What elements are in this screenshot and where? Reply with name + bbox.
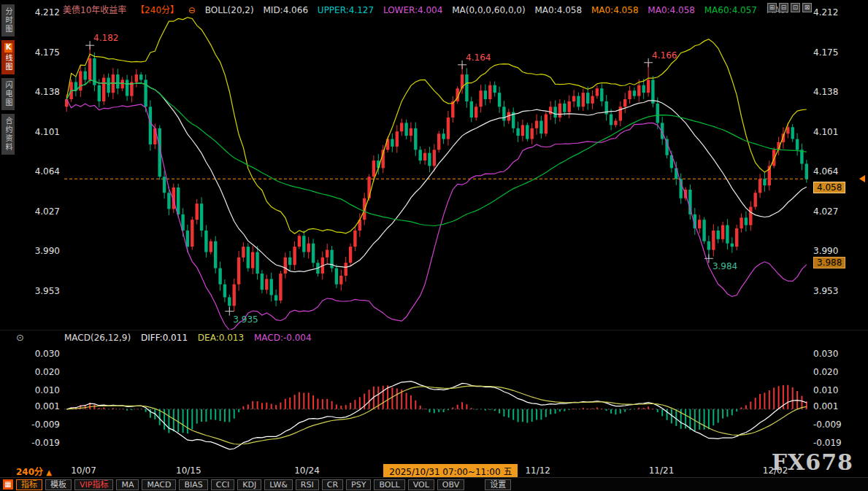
selected-bar-info: 2025/10/31 07:00~11:00 五: [383, 464, 518, 478]
bottom-toolbar: ▦ 指标模板VIP指标MAMACDBIASCCIKDJLW&RSICRPSYBO…: [0, 477, 868, 491]
svg-text:3.935: 3.935: [233, 314, 258, 325]
y-axis-tick-right: 4.212: [813, 7, 853, 18]
crosshair-icon[interactable]: ⊙: [16, 332, 24, 343]
toolbar-button-boll[interactable]: BOLL: [374, 479, 404, 490]
toolbar-button-cci[interactable]: CCI: [211, 479, 235, 490]
ma0-value-1: MA0:4.058: [535, 5, 583, 15]
y-axis-tick-left: 3.953: [20, 286, 60, 296]
watermark: FX678: [772, 449, 853, 475]
toolbar-button-ma[interactable]: MA: [116, 479, 139, 490]
layout-single-icon[interactable]: ⊠: [802, 3, 812, 12]
sidebar-tab-kline-chart[interactable]: K线图: [1, 40, 15, 74]
candlestick-series: [65, 45, 808, 312]
macd-tick-right: 0.030: [813, 349, 853, 359]
y-axis-tick-right: 4.175: [813, 47, 853, 58]
ma0-value-3: MA0:4.058: [648, 5, 695, 15]
macd-tick-right: -0.009: [813, 420, 853, 430]
macd-tick-left: 0.030: [20, 349, 60, 359]
y-axis-tick-right: 4.101: [813, 127, 853, 137]
macd-value: MACD:-0.004: [254, 333, 312, 343]
y-axis-tick-right: 4.064: [813, 166, 853, 177]
macd-tick-left: -0.009: [20, 420, 60, 430]
ma-params-label: MA(0,0,0,60,0,0): [452, 5, 525, 15]
toolbar-button-kdj[interactable]: KDJ: [237, 479, 261, 490]
toolbar-button-cr[interactable]: CR: [322, 479, 343, 490]
svg-text:3.984: 3.984: [713, 261, 737, 271]
svg-text:4.182: 4.182: [93, 33, 118, 43]
macd-tick-right: -0.019: [813, 438, 853, 448]
active-tab-accent: K: [4, 43, 12, 53]
main-chart-canvas[interactable]: 4.1823.9354.1644.1663.984: [0, 0, 868, 491]
date-label: 11/21: [649, 465, 675, 476]
indicator-topbar: 美债10年收益率 【240分】 ⊖ BOLL(20,2) MID:4.066 U…: [63, 3, 795, 15]
toolbar-button-settings[interactable]: 设置: [485, 479, 511, 490]
panel-divider: [0, 330, 868, 330]
date-label: 10/07: [71, 465, 96, 476]
date-label: 10/24: [294, 465, 320, 476]
macd-tick-left: 0.020: [20, 367, 60, 377]
toolbar-button-obv[interactable]: OBV: [437, 479, 464, 490]
toolbar-button-bias[interactable]: BIAS: [179, 479, 207, 490]
macd-tick-right: 0.001: [813, 401, 853, 411]
y-axis-tick-right: 3.953: [813, 286, 853, 296]
trading-terminal: 4.1823.9354.1644.1663.984 分时图K线图闪电图合约资料 …: [0, 0, 868, 491]
indicator-panel-icon[interactable]: ▦: [3, 479, 13, 490]
last-price-badge: 4.058: [813, 182, 845, 193]
toolbar-button-macd[interactable]: MACD: [142, 479, 176, 490]
macd-params-label: MACD(26,12,9): [64, 333, 131, 343]
sidebar-tab-tick-chart[interactable]: 闪电图: [1, 78, 15, 110]
macd-tick-right: 0.020: [813, 367, 853, 377]
layout-rows-icon[interactable]: ⊡: [791, 3, 800, 12]
svg-text:4.166: 4.166: [652, 50, 677, 61]
price-arrow-icon: [859, 175, 865, 182]
collapse-icon[interactable]: ⊖: [188, 5, 196, 15]
chart-title: 美债10年收益率: [63, 5, 126, 15]
macd-tick-left: 0.010: [20, 385, 60, 395]
sidebar-tab-contract-info[interactable]: 合约资料: [1, 114, 15, 155]
svg-text:4.164: 4.164: [466, 53, 491, 63]
layout-grid-icon[interactable]: ⊞: [767, 3, 777, 12]
boll-upper-value: UPPER:4.127: [318, 5, 374, 15]
y-axis-tick-left: 4.175: [20, 47, 60, 58]
macd-tick-left: 0.001: [20, 401, 60, 411]
boll-mid-value: MID:4.066: [263, 5, 308, 15]
macd-tick-left: -0.019: [20, 438, 60, 448]
y-axis-tick-right: 3.990: [813, 246, 853, 256]
toolbar-button-psy[interactable]: PSY: [346, 479, 371, 490]
ma60-value: MA60:4.057: [704, 5, 757, 15]
chart-type-sidebar: 分时图K线图闪电图合约资料: [1, 4, 15, 155]
y-axis-tick-right: 4.138: [813, 87, 853, 97]
macd-header: MACD(26,12,9) DIFF:0.011 DEA:0.013 MACD:…: [64, 333, 319, 343]
y-axis-tick-right: 4.027: [813, 206, 853, 217]
toolbar-button-vol[interactable]: VOL: [408, 479, 434, 490]
macd-diff-value: DIFF:0.011: [141, 333, 188, 343]
y-axis-tick-left: 4.212: [20, 7, 60, 18]
toolbar-button-vip-indicators[interactable]: VIP指标: [74, 479, 113, 490]
boll-params-label: BOLL(20,2): [205, 5, 254, 15]
toolbar-button-rsi[interactable]: RSI: [296, 479, 319, 490]
macd-dea-value: DEA:0.013: [198, 333, 244, 343]
y-axis-tick-left: 3.990: [20, 246, 60, 256]
boll-lower-value: LOWER:4.004: [383, 5, 443, 15]
y-axis-tick-left: 4.064: [20, 166, 60, 177]
window-layout-icons: ⊞⊟⊡⊠: [767, 3, 812, 12]
timeframe-label[interactable]: 240分 ▲: [16, 465, 52, 477]
chart-period-tag: 【240分】: [136, 5, 179, 15]
ma0-value-2: MA0:4.058: [591, 5, 639, 15]
toolbar-button-template[interactable]: 模板: [45, 479, 72, 490]
sidebar-tab-time-chart[interactable]: 分时图: [1, 4, 15, 36]
timeframe-text: 240分: [16, 467, 43, 477]
y-axis-tick-left: 4.101: [20, 127, 60, 137]
up-arrow-icon: ▲: [46, 468, 52, 476]
y-axis-tick-left: 4.027: [20, 206, 60, 217]
date-label: 11/12: [525, 465, 550, 476]
toolbar-button-indicators[interactable]: 指标: [16, 479, 42, 490]
ref-price-badge: 3.988: [813, 257, 845, 268]
macd-tick-right: 0.010: [813, 385, 853, 395]
layout-columns-icon[interactable]: ⊟: [779, 3, 788, 12]
y-axis-tick-left: 4.138: [20, 87, 60, 97]
date-label: 10/15: [176, 465, 201, 476]
toolbar-button-lwr[interactable]: LW&: [264, 479, 293, 490]
boll-bands: [66, 18, 807, 330]
